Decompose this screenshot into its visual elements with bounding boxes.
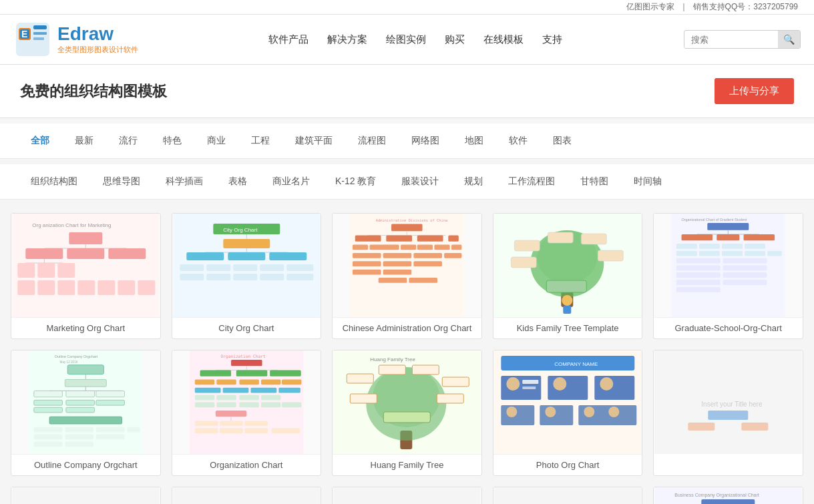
filter-tag-建筑平面[interactable]: 建筑平面 [284,132,343,150]
svg-rect-153 [250,388,276,393]
filter-tag-表格[interactable]: 表格 [218,172,258,191]
gallery: Org anization Chart for Marketing M [0,200,814,504]
svg-rect-120 [34,391,63,397]
gallery-card-9[interactable]: Insert your Title here [653,350,803,476]
svg-rect-23 [77,280,95,295]
card-thumbnail-2: Administrative Divisions of China [333,214,481,317]
gallery-card-8[interactable]: COMPANY NAME Photo Org Chart [493,350,643,476]
svg-text:Insert your Title here: Insert your Title here [702,401,763,408]
svg-rect-206 [708,411,749,420]
gallery-card-11[interactable] [172,487,322,504]
filter-tag-软件[interactable]: 软件 [498,132,538,150]
search-area: 🔍 [684,30,801,49]
gallery-card-3[interactable]: Kids Family Tree Template [493,213,643,339]
filter-tag-组织结构图[interactable]: 组织结构图 [20,172,88,191]
nav-item-软件产品[interactable]: 软件产品 [267,31,310,49]
svg-rect-105 [676,266,721,271]
card-label-7: Huang Family Tree [333,454,481,475]
filter-tag-网络图[interactable]: 网络图 [401,132,450,150]
nav-item-在线模板[interactable]: 在线模板 [482,31,525,49]
nav-item-绘图实例[interactable]: 绘图实例 [385,31,427,49]
gallery-card-12[interactable] [332,487,482,504]
svg-rect-53 [386,236,412,242]
svg-rect-83 [546,280,586,292]
filter-tag-商业名片[interactable]: 商业名片 [262,172,321,191]
filter-tag-服装设计[interactable]: 服装设计 [391,172,449,191]
svg-rect-58 [384,245,399,250]
gallery-card-6[interactable]: Organization Chart [172,350,322,476]
svg-rect-68 [383,261,412,266]
svg-rect-171 [244,428,268,433]
gallery-card-14[interactable]: Business Company Organizational Chart Bu… [653,487,803,504]
search-button[interactable]: 🔍 [778,31,800,48]
svg-rect-49 [391,224,423,232]
gallery-card-4[interactable]: Organizational Chart of Gradient Student [653,213,803,339]
svg-rect-88 [708,223,749,230]
gallery-card-0[interactable]: Org anization Chart for Marketing M [11,213,161,339]
gallery-card-5[interactable]: Outline Company Orgchart May 12 2016 [11,350,161,476]
gallery-card-7[interactable]: Huang Family Tree Huang Family Tree [332,350,482,476]
filter-tag-甘特图[interactable]: 甘特图 [570,172,619,191]
svg-rect-20 [17,280,35,295]
filter-tag-全部[interactable]: 全部 [20,132,60,150]
svg-rect-92 [717,234,740,240]
filter-tag-科学插画[interactable]: 科学插画 [155,172,214,191]
svg-rect-123 [34,400,63,405]
svg-rect-169 [194,428,218,433]
filter-tag-地图[interactable]: 地图 [454,132,494,150]
svg-rect-44 [233,274,257,280]
filter-tag-工作流程图[interactable]: 工作流程图 [497,172,566,191]
gallery-card-13[interactable] [493,487,643,504]
svg-text:Organization Chart: Organization Chart [220,354,265,359]
nav-item-购买[interactable]: 购买 [443,31,466,49]
svg-point-199 [545,407,556,417]
svg-rect-211 [333,487,480,504]
svg-rect-5 [33,32,47,35]
svg-rect-183 [437,394,463,403]
filter-tag-特色[interactable]: 特色 [152,132,192,150]
filter-tag-流行[interactable]: 流行 [108,132,148,150]
gallery-card-2[interactable]: Administrative Divisions of China [332,213,482,339]
card-label-1: City Org Chart [172,317,321,338]
filter-tag-流程图[interactable]: 流程图 [347,132,397,150]
svg-rect-22 [57,280,75,295]
filter-tag-工程[interactable]: 工程 [240,132,280,150]
svg-rect-6 [33,37,44,40]
svg-rect-35 [228,252,265,260]
svg-rect-98 [676,251,697,256]
card-label-8: Photo Org Chart [493,454,642,475]
svg-rect-143 [200,370,231,376]
svg-rect-102 [768,251,783,256]
svg-rect-128 [49,417,122,424]
filter-tag-图表[interactable]: 图表 [542,132,582,150]
svg-rect-37 [180,264,204,271]
filter-tag-规划[interactable]: 规划 [453,172,493,191]
svg-rect-147 [216,379,236,385]
svg-rect-21 [37,280,55,295]
svg-rect-36 [269,252,307,260]
filter-tag-思维导图[interactable]: 思维导图 [92,172,151,191]
card-label-2: Chinese Administration Org Chart [333,317,481,338]
upload-button[interactable]: 上传与分享 [715,78,794,104]
nav-item-解决方案[interactable]: 解决方案 [326,31,369,49]
filter-tag-K-12-教育[interactable]: K-12 教育 [325,172,387,191]
filter-tag-时间轴[interactable]: 时间轴 [623,172,672,191]
svg-rect-184 [383,412,430,423]
svg-rect-70 [353,270,381,275]
nav-item-支持[interactable]: 支持 [541,31,564,49]
svg-rect-191 [522,387,536,389]
filter-tag-商业[interactable]: 商业 [196,132,236,150]
gallery-card-10[interactable] [11,487,161,504]
svg-point-84 [562,295,572,306]
svg-rect-67 [353,261,381,266]
filter-tag-最新[interactable]: 最新 [64,132,104,150]
card-label-3: Kids Family Tree Template [493,317,642,338]
svg-text:Business Company Organizationa: Business Company Organizational Chart [675,493,760,498]
svg-rect-45 [260,274,284,280]
gallery-card-1[interactable]: City Org Chart City Org Chart [172,213,322,339]
svg-rect-134 [65,435,93,440]
svg-rect-131 [96,427,125,433]
search-input[interactable] [684,31,778,48]
svg-rect-135 [96,435,125,440]
svg-rect-179 [379,365,405,374]
